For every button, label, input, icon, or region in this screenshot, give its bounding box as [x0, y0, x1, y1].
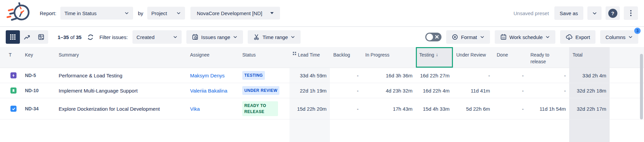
issues-range-button[interactable]: Issues range	[186, 30, 243, 44]
chevron-down-icon	[124, 11, 129, 15]
work-schedule-button[interactable]: Work schedule	[495, 30, 556, 44]
column-header-label: Ready to release	[530, 52, 554, 65]
more-options-button[interactable]	[624, 6, 638, 20]
cell-testing-empty	[416, 119, 453, 142]
cell-in_progress: 17h 43m	[362, 98, 416, 119]
table-view-button[interactable]	[6, 30, 20, 44]
column-header-summary[interactable]: Summary	[55, 47, 187, 68]
cell-testing: 16d 22h 4m	[416, 83, 453, 98]
status-badge: UNDER REVIEW	[242, 86, 279, 95]
cell-type	[5, 98, 22, 119]
columns-label: Columns	[606, 34, 625, 40]
refresh-icon	[87, 34, 94, 41]
column-header-done[interactable]: Done	[493, 47, 527, 68]
calendar-clock-icon	[192, 34, 198, 40]
cell-assignee-empty	[187, 119, 239, 142]
help-button[interactable]: ?	[606, 6, 620, 20]
partial-next-row	[0, 119, 644, 142]
column-header-label: Testing	[419, 52, 434, 59]
column-header-label: Lead Time	[298, 52, 320, 59]
cell-under_review-empty	[453, 119, 493, 142]
by-label: by	[138, 10, 143, 16]
report-type-select[interactable]: Time in Status	[60, 7, 133, 20]
export-button[interactable]: Export	[560, 30, 595, 44]
cell-summary: Explore Dockerization for Local Developm…	[55, 98, 187, 119]
work-schedule-label: Work schedule	[510, 34, 543, 40]
column-header-backlog[interactable]: Backlog	[330, 47, 362, 68]
column-header-lead_time[interactable]: Lead Time	[289, 47, 330, 68]
pagination-total: 35	[76, 34, 82, 40]
cell-done: -	[493, 98, 527, 119]
sort-desc-icon: ↓	[436, 52, 438, 57]
column-header-key[interactable]: Key	[22, 47, 55, 68]
column-header-ready_to_release[interactable]: Ready to release	[527, 47, 569, 68]
cell-backlog: -	[330, 83, 362, 98]
group-by-value: Project	[151, 10, 167, 16]
columns-button[interactable]: Columns	[600, 30, 638, 44]
cell-summary: Implement Multi-Language Support	[55, 83, 187, 98]
table-body: ND-5Performance & Load TestingMaksym Den…	[0, 68, 644, 119]
chart-view-button[interactable]	[20, 30, 34, 44]
assignee-link[interactable]: Vika	[190, 106, 200, 112]
scrollbar-thumb[interactable]	[640, 54, 643, 119]
assignee-link[interactable]: Valeriia Bakalina	[190, 88, 227, 94]
column-header-testing[interactable]: Testing↓	[416, 47, 453, 68]
chevron-down-icon	[545, 35, 550, 39]
column-header-total[interactable]: Total	[569, 47, 610, 68]
cell-lead_time: 22d 1h 19m	[289, 83, 330, 98]
format-button[interactable]: Format	[446, 30, 490, 44]
cell-done: -	[493, 68, 527, 83]
column-header-assignee[interactable]: Assignee	[187, 47, 239, 68]
table-row-ND-34: ND-34Explore Dockerization for Local Dev…	[0, 98, 644, 119]
toggle-knob	[426, 34, 433, 40]
cell-key: ND-34	[22, 98, 55, 119]
cell-type	[5, 68, 22, 83]
column-header-label: Done	[497, 52, 508, 59]
project-value: NovaCore Development [ND]	[197, 10, 262, 16]
chevron-down-icon	[233, 35, 238, 39]
cell-lead_time-empty	[289, 119, 330, 142]
line-chart-icon	[24, 34, 31, 41]
top-bar: Report: Time in Status by Project NovaCo…	[0, 0, 644, 27]
save-as-dropdown-button[interactable]	[587, 6, 602, 20]
cell-key: ND-5	[22, 68, 55, 83]
refresh-button[interactable]	[86, 33, 95, 41]
cell-assignee: Valeriia Bakalina	[187, 83, 239, 98]
cell-under_review: 5d 22h 6m	[453, 98, 493, 119]
cell-total: 33d 2h 4m	[569, 68, 610, 83]
export-label: Export	[575, 34, 590, 40]
report-type-value: Time in Status	[64, 10, 96, 16]
save-as-button[interactable]: Save as	[554, 6, 583, 20]
filter-field-select[interactable]: Created	[132, 30, 182, 44]
column-header-under_review[interactable]: Under Review	[453, 47, 493, 68]
assignee-link[interactable]: Maksym Denys	[190, 73, 225, 78]
column-header-label: In Progress	[365, 52, 390, 59]
cell-testing: 16d 22h 27m	[416, 68, 453, 83]
vertical-scrollbar[interactable]	[640, 49, 643, 141]
format-target-icon	[452, 34, 458, 40]
app-logo-stopwatch-icon	[6, 2, 31, 24]
cell-status: UNDER REVIEW	[239, 83, 289, 98]
time-range-button[interactable]: Time range	[248, 30, 301, 44]
cell-under_review: -	[453, 68, 493, 83]
column-header-label: Under Review	[456, 52, 486, 59]
toolbar: 1–35 of 35 Filter issues: Created Issues…	[0, 27, 644, 47]
column-header-in_progress[interactable]: In Progress	[362, 47, 416, 68]
cell-key-empty	[22, 119, 55, 142]
group-by-select[interactable]: Project	[147, 7, 185, 20]
chevron-down-icon	[290, 35, 295, 39]
pivot-view-button[interactable]	[34, 30, 48, 44]
chevron-down-icon	[480, 35, 485, 39]
cell-lead_time: 15d 22h 20m	[289, 98, 330, 119]
cell-status-empty	[239, 119, 289, 142]
task-issue-type-icon	[10, 106, 17, 112]
view-switcher	[6, 30, 48, 44]
story-issue-type-icon	[10, 87, 17, 94]
cell-total: 32d 22h 18m	[569, 83, 610, 98]
multicycle-toggle[interactable]	[425, 33, 441, 41]
column-header-type[interactable]: T	[5, 47, 22, 68]
project-select[interactable]: NovaCore Development [ND]	[190, 7, 280, 20]
cell-in_progress-empty	[362, 119, 416, 142]
column-header-status[interactable]: Status	[239, 47, 289, 68]
cell-testing: 15d 4h 33m	[416, 98, 453, 119]
